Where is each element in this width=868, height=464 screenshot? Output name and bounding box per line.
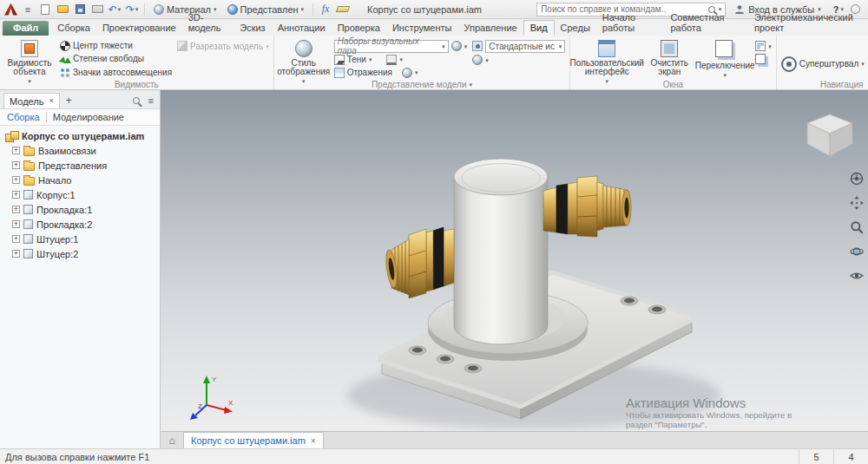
steering-wheel-icon [850, 172, 864, 186]
group-footer-visibility[interactable]: Видимость [0, 79, 273, 89]
section-view-icon [177, 41, 187, 51]
add-browser-tab-button[interactable]: + [63, 93, 75, 108]
graphics-viewport[interactable]: Y X Z Активация Windows Чтобы активирова… [161, 90, 868, 431]
tab-collaborate[interactable]: Совместная работа [664, 10, 748, 36]
tree-node-representations[interactable]: + Представления [0, 158, 160, 173]
caret-down-icon: ▾ [301, 6, 305, 12]
expand-icon[interactable]: + [12, 176, 20, 184]
display-style-button[interactable]: Стиль отображения ▾ [279, 37, 329, 78]
tab-file[interactable]: Файл [3, 21, 49, 36]
pan-nav-button[interactable] [848, 194, 865, 212]
ribbon-tab-bar: Файл Сборка Проектирование 3D-модель Эск… [0, 19, 868, 36]
browser-mode-assembly[interactable]: Сборка [7, 112, 46, 122]
new-file-button[interactable] [38, 2, 52, 16]
browser-search-button[interactable] [130, 93, 142, 108]
browser-mode-modeling[interactable]: Моделирование [46, 112, 124, 122]
section-view-button[interactable]: Разрезать модель ▾ [177, 40, 269, 52]
group-footer-windows[interactable]: Окна [570, 79, 776, 89]
caret-down-icon[interactable]: ▾ [399, 56, 403, 62]
fitting-left[interactable] [384, 227, 454, 298]
tree-node-korpus-1[interactable]: + Корпус:1 [0, 187, 160, 202]
expand-icon[interactable]: + [12, 161, 20, 169]
document-tab-active[interactable]: Корпус со штуцерами.iam × [183, 432, 324, 448]
search-icon[interactable] [708, 6, 715, 13]
tab-electromechanical[interactable]: Электромеханический проект [748, 10, 868, 36]
clean-screen-button[interactable]: Очистить экран [644, 37, 694, 78]
print-button[interactable] [90, 2, 104, 16]
redo-button[interactable]: ↷▾ [125, 2, 139, 16]
tree-node-shtutser-2[interactable]: + Штуцер:2 [0, 246, 160, 261]
tab-view[interactable]: Вид [523, 20, 555, 36]
tab-assembly[interactable]: Сборка [51, 21, 96, 36]
switch-windows-button[interactable]: Переключение ▾ [700, 37, 750, 78]
tab-environments[interactable]: Среды [555, 21, 596, 36]
caret-down-icon[interactable]: ▾ [485, 57, 489, 63]
inventor-logo-icon[interactable] [4, 3, 17, 16]
ground-plane-icon[interactable] [386, 55, 397, 65]
close-icon[interactable]: × [311, 436, 316, 446]
expand-icon[interactable]: + [12, 191, 20, 199]
appearance-dropdown[interactable]: Представлен ▾ [224, 3, 308, 16]
expand-icon[interactable]: + [12, 147, 20, 154]
undo-button[interactable]: ↶▾ [108, 2, 122, 16]
steering-wheel-nav-button[interactable] [848, 170, 865, 187]
center-of-gravity-button[interactable]: Центр тяжести [60, 40, 172, 51]
browser-menu-button[interactable]: ≡ [146, 93, 156, 108]
perspective-row: ▾ [472, 54, 565, 66]
redo-icon: ↷ [126, 4, 135, 15]
view-cube[interactable] [806, 113, 854, 158]
cylinder-body[interactable] [454, 159, 548, 344]
tab-3d-model[interactable]: 3D-модель [182, 10, 234, 36]
group-footer-appearance[interactable]: Представление модели ▾ [274, 79, 570, 89]
camera-icon [472, 41, 483, 51]
shadows-label[interactable]: Тени [347, 55, 366, 64]
degrees-of-freedom-button[interactable]: Степени свободы [60, 53, 172, 64]
fx-icon: fx [322, 3, 330, 16]
tree-node-shtutser-1[interactable]: + Штуцер:1 [0, 232, 160, 246]
app-menu-icon[interactable]: ≡ [21, 2, 35, 16]
browser-tab-model[interactable]: Модель × [3, 93, 60, 108]
zoom-nav-button[interactable] [848, 219, 865, 236]
fitting-right[interactable] [543, 176, 631, 237]
imate-glyph-button[interactable]: Значки автосовмещения [60, 67, 172, 78]
texture-icon[interactable] [402, 68, 412, 78]
tab-sketch[interactable]: Эскиз [233, 21, 271, 36]
tree-node-relationships[interactable]: + Взаимосвязи [0, 143, 160, 158]
3d-scene[interactable] [161, 90, 868, 431]
expand-icon[interactable]: + [12, 206, 20, 213]
camera-views-combo[interactable]: Стандартные ис ▾ [485, 40, 565, 53]
measure-button[interactable] [336, 2, 350, 16]
perspective-icon[interactable] [472, 55, 483, 65]
parameters-fx-button[interactable]: fx [319, 2, 332, 16]
open-button[interactable] [56, 2, 69, 16]
caret-down-icon[interactable]: ▾ [415, 69, 418, 75]
tab-get-started[interactable]: Начало работы [596, 10, 665, 36]
object-visibility-button[interactable]: Видимость объекта ▾ [4, 37, 55, 78]
caret-down-icon[interactable]: ▾ [464, 43, 468, 49]
group-footer-navigation[interactable]: Навигация [777, 79, 868, 89]
user-interface-button[interactable]: Пользовательский интерфейс ▾ [575, 37, 639, 78]
expand-icon[interactable]: + [12, 220, 20, 228]
cascade-windows-button[interactable] [755, 54, 772, 66]
tree-node-prokladka-1[interactable]: + Прокладка:1 [0, 202, 160, 217]
tab-inspect[interactable]: Проверка [332, 21, 386, 36]
tree-node-origin[interactable]: + Начало [0, 173, 160, 187]
tree-node-prokladka-2[interactable]: + Прокладка:2 [0, 217, 160, 232]
tab-design[interactable]: Проектирование [96, 21, 182, 36]
visual-style-icon[interactable] [451, 41, 462, 51]
tile-windows-button[interactable]: ▾ [755, 40, 772, 52]
orbit-nav-button[interactable] [848, 243, 865, 260]
reflections-label[interactable]: Отражения [347, 68, 392, 77]
tab-annotate[interactable]: Аннотации [272, 21, 332, 36]
caret-down-icon[interactable]: ▾ [369, 56, 372, 62]
tab-manage[interactable]: Управление [458, 21, 523, 36]
tab-tools[interactable]: Инструменты [386, 21, 458, 36]
look-at-nav-button[interactable] [848, 267, 865, 284]
expand-icon[interactable]: + [12, 250, 20, 258]
expand-icon[interactable]: + [12, 235, 20, 243]
save-button[interactable] [73, 2, 87, 16]
steering-wheel-button[interactable]: Суперштурвал ▾ [781, 37, 865, 78]
visual-styles-combo[interactable]: Наборы визуальных пара ▾ [334, 40, 449, 53]
close-icon[interactable]: × [49, 97, 53, 105]
tree-node-root-assembly[interactable]: Корпус со штуцерами.iam [0, 128, 160, 143]
